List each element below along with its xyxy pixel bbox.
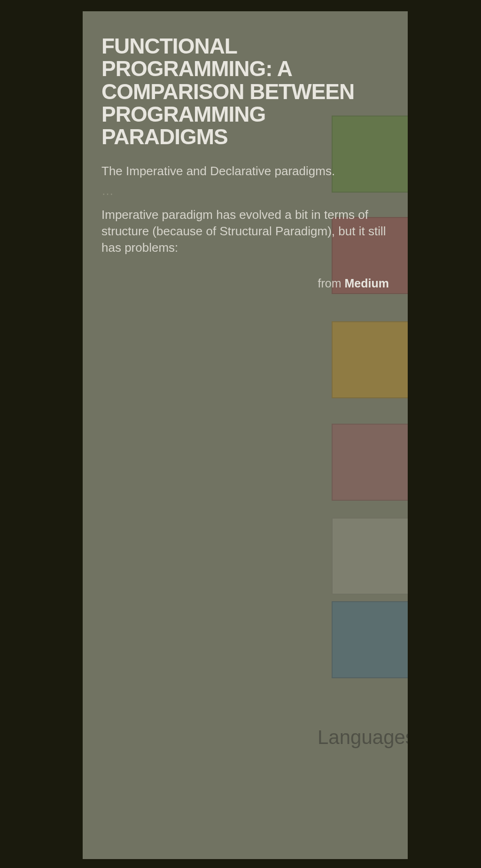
source-line: from Medium xyxy=(101,277,389,290)
article-body: Imperative paradigm has evolved a bit in… xyxy=(101,207,389,256)
legend-box-mauve xyxy=(332,424,408,501)
legend-box-grey xyxy=(332,518,408,595)
source-name[interactable]: Medium xyxy=(345,277,389,290)
article-card[interactable]: Languages f FUNCTIONAL PROGRAMMING: A CO… xyxy=(83,11,408,859)
legend-box-blue xyxy=(332,601,408,678)
article-title: FUNCTIONAL PROGRAMMING: A COMPARISON BET… xyxy=(101,35,389,148)
legend-box-yellow xyxy=(332,321,408,398)
article-subtitle: The Imperative and Declarative paradigms… xyxy=(101,163,389,179)
ellipsis-separator: … xyxy=(101,184,389,198)
source-prefix: from xyxy=(318,277,345,290)
diagram-label: Languages xyxy=(318,726,408,749)
card-content: FUNCTIONAL PROGRAMMING: A COMPARISON BET… xyxy=(83,11,408,309)
